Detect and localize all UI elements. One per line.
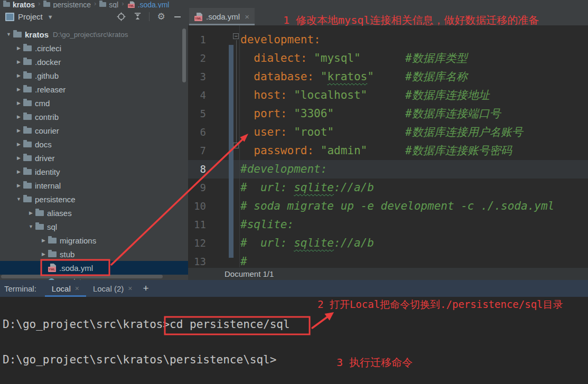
tree-item-aliases[interactable]: ▶aliases bbox=[0, 206, 188, 220]
expand-arrow-icon[interactable]: ▶ bbox=[14, 114, 23, 119]
tree-item-docs[interactable]: ▶docs bbox=[0, 137, 188, 151]
code-line-6[interactable]: 6 user: "root"#数据库连接用户名账号 bbox=[188, 123, 588, 142]
tree-item-migrations[interactable]: ▶migrations bbox=[0, 233, 188, 247]
line-number: 6 bbox=[188, 123, 206, 142]
tab-label: .soda.yml bbox=[206, 12, 240, 21]
annotation-step-3: 3 执行迁移命令 bbox=[337, 355, 413, 370]
tree-item-courier[interactable]: ▶courier bbox=[0, 124, 188, 137]
expand-arrow-icon[interactable]: ▶ bbox=[14, 183, 23, 188]
breadcrumb-item[interactable]: sql bbox=[99, 0, 118, 8]
expand-arrow-icon[interactable]: ▶ bbox=[14, 73, 23, 78]
gear-icon[interactable]: ⚙ bbox=[155, 11, 167, 23]
code-text: # url: sqlite://a/b bbox=[240, 179, 374, 197]
code-text: dialect: "mysql" bbox=[240, 49, 361, 68]
code-line-12[interactable]: 12# url: sqlite://a/b bbox=[188, 234, 588, 252]
breadcrumb-separator: › bbox=[122, 0, 124, 8]
inline-comment: #数据库连接地址 bbox=[405, 86, 490, 105]
tree-item--github[interactable]: ▶.github bbox=[0, 69, 188, 82]
tree-item--circleci[interactable]: ▶.circleci bbox=[0, 41, 188, 55]
folder-icon bbox=[23, 73, 32, 79]
chevron-down-icon[interactable]: ▼ bbox=[48, 14, 53, 20]
breadcrumb-item[interactable]: persistence bbox=[43, 0, 91, 8]
code-line-8[interactable]: 8#development: bbox=[188, 160, 588, 179]
inline-comment: #数据库类型 bbox=[405, 49, 468, 68]
terminal-header: Terminal: Local×Local (2)× + bbox=[0, 280, 588, 297]
tree-item-internal[interactable]: ▶internal bbox=[0, 179, 188, 192]
tree-item--soda-yml[interactable]: YML.soda.yml bbox=[0, 261, 188, 275]
tree-vertical-scrollbar[interactable] bbox=[182, 29, 186, 82]
tree-item-persistence[interactable]: ▼persistence bbox=[0, 192, 188, 206]
expand-arrow-icon[interactable]: ▼ bbox=[4, 32, 13, 37]
expand-arrow-icon[interactable]: ▶ bbox=[14, 59, 23, 64]
tree-item-cmd[interactable]: ▶cmd bbox=[0, 96, 188, 110]
expand-arrow-icon[interactable]: ▶ bbox=[14, 142, 23, 147]
line-number: 4 bbox=[188, 86, 206, 105]
close-icon[interactable]: × bbox=[245, 12, 249, 21]
expand-arrow-icon[interactable]: ▶ bbox=[14, 155, 23, 161]
folder-icon bbox=[23, 59, 32, 65]
code-line-13[interactable]: 13# bbox=[188, 252, 588, 267]
line-number: 9 bbox=[188, 179, 206, 197]
yml-file-icon: YML bbox=[48, 264, 56, 272]
tree-item-label: .docker bbox=[35, 58, 61, 67]
code-line-9[interactable]: 9# url: sqlite://a/b bbox=[188, 179, 588, 197]
tree-item-path: D:\go_project\src\kratos bbox=[53, 31, 128, 39]
project-panel-title[interactable]: Project bbox=[18, 12, 43, 21]
tree-item--docker[interactable]: ▶.docker bbox=[0, 55, 188, 69]
expand-arrow-icon[interactable]: ▼ bbox=[26, 224, 35, 229]
line-number: 2 bbox=[188, 49, 206, 68]
expand-arrow-icon[interactable]: ▶ bbox=[39, 238, 48, 243]
folder-icon bbox=[23, 183, 32, 189]
line-number: 7 bbox=[188, 142, 206, 160]
hide-panel-icon[interactable] bbox=[171, 11, 184, 23]
tab-soda-yml[interactable]: YML .soda.yml × bbox=[189, 8, 255, 25]
expand-arrow-icon[interactable]: ▼ bbox=[14, 196, 23, 202]
code-line-4[interactable]: 4 host: "localhost"#数据库连接地址 bbox=[188, 86, 588, 105]
code-line-3[interactable]: 3 database: "kratos"#数据库名称 bbox=[188, 68, 588, 86]
terminal-tab-Local-2-[interactable]: Local (2)× bbox=[86, 280, 139, 297]
tree-item-contrib[interactable]: ▶contrib bbox=[0, 110, 188, 124]
folder-icon bbox=[23, 169, 32, 175]
tree-item-label: kratos bbox=[25, 30, 49, 39]
code-line-1[interactable]: 1development: bbox=[188, 31, 588, 49]
breadcrumb-item[interactable]: kratos bbox=[3, 0, 35, 8]
expand-arrow-icon[interactable]: ▶ bbox=[14, 87, 23, 92]
locate-file-icon[interactable] bbox=[115, 11, 127, 23]
code-line-2[interactable]: 2 dialect: "mysql"#数据库类型 bbox=[188, 49, 588, 68]
folder-icon bbox=[23, 114, 32, 120]
collapse-all-icon[interactable] bbox=[131, 11, 144, 23]
tree-item-label: .releaser bbox=[35, 85, 66, 94]
tree-item-identity[interactable]: ▶identity bbox=[0, 165, 188, 179]
code-line-10[interactable]: 10# soda migrate up -e development -c ./… bbox=[188, 197, 588, 216]
project-panel-header: Project ▼ ⚙ bbox=[0, 8, 188, 25]
terminal-prompt-line: D:\go_project\src\kratos>cd persistence/… bbox=[3, 318, 290, 331]
new-terminal-tab-button[interactable]: + bbox=[143, 283, 148, 294]
tree-item-label: courier bbox=[35, 126, 59, 135]
folder-icon bbox=[48, 251, 57, 257]
expand-arrow-icon[interactable]: ▶ bbox=[14, 45, 23, 51]
tree-horizontal-scrollbar[interactable] bbox=[1, 275, 163, 278]
editor-pane[interactable]: − 1development:2 dialect: "mysql"#数据库类型3… bbox=[188, 25, 588, 267]
breadcrumb-label: sql bbox=[109, 1, 118, 8]
code-line-5[interactable]: 5 port: "3306"#数据库连接端口号 bbox=[188, 105, 588, 123]
tree-item-label: docs bbox=[35, 140, 52, 149]
code-line-11[interactable]: 11#sqlite: bbox=[188, 216, 588, 234]
code-text: #sqlite: bbox=[240, 216, 294, 234]
expand-arrow-icon[interactable]: ▶ bbox=[39, 251, 48, 257]
close-icon[interactable]: × bbox=[128, 284, 132, 293]
close-icon[interactable]: × bbox=[75, 284, 79, 293]
tree-item--releaser[interactable]: ▶.releaser bbox=[0, 82, 188, 96]
code-line-7[interactable]: 7 password: "admin"#数据库连接账号密码 bbox=[188, 142, 588, 160]
terminal-tab-Local[interactable]: Local× bbox=[45, 280, 86, 297]
line-number: 5 bbox=[188, 105, 206, 123]
terminal-tab-label: Local (2) bbox=[93, 284, 124, 293]
tree-item-driver[interactable]: ▶driver bbox=[0, 151, 188, 165]
expand-arrow-icon[interactable]: ▶ bbox=[14, 100, 23, 106]
tree-item-sql[interactable]: ▼sql bbox=[0, 220, 188, 233]
expand-arrow-icon[interactable]: ▶ bbox=[14, 169, 23, 174]
expand-arrow-icon[interactable]: ▶ bbox=[26, 210, 35, 216]
tree-item-kratos[interactable]: ▼kratosD:\go_project\src\kratos bbox=[0, 27, 188, 41]
expand-arrow-icon[interactable]: ▶ bbox=[14, 128, 23, 133]
tree-item-stub[interactable]: ▶stub bbox=[0, 247, 188, 261]
breadcrumb-item[interactable]: YML.soda.yml bbox=[127, 0, 170, 8]
